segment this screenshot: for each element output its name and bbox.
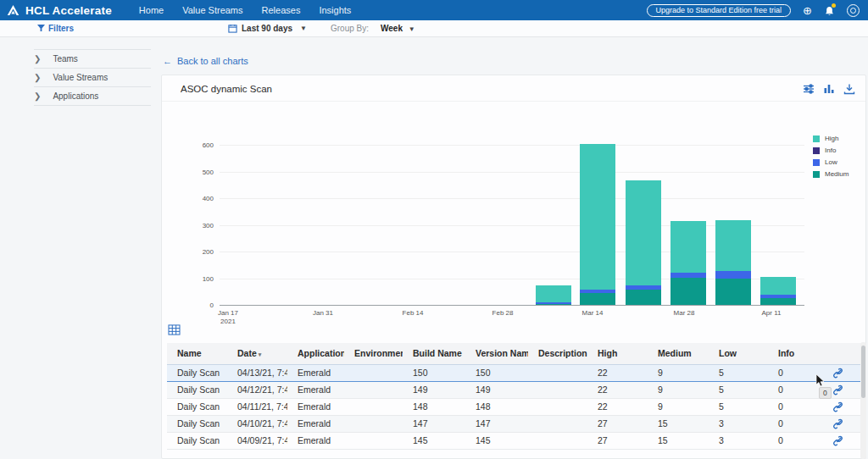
table-header-row: NameDate ▾ApplicationEnvironmentBuild Na… (167, 343, 862, 364)
notifications-bell-icon[interactable] (824, 5, 835, 16)
filters-button[interactable]: Filters (37, 24, 74, 33)
top-navbar: HCL Accelerate Home Value Streams Releas… (0, 0, 868, 20)
cell-description (528, 398, 587, 415)
legend-swatch (813, 135, 820, 142)
column-header-date[interactable]: Date ▾ (227, 343, 287, 364)
table-vertical-scrollbar[interactable] (860, 342, 866, 459)
bar-mar-7[interactable] (536, 285, 571, 305)
row-link-icon[interactable] (822, 364, 862, 381)
legend-item-info[interactable]: Info (813, 147, 849, 154)
column-header-low[interactable]: Low (709, 343, 768, 364)
sidebar: ❯ Teams ❯ Value Streams ❯ Applications (34, 49, 151, 106)
legend-item-low[interactable]: Low (813, 158, 849, 166)
bar-segment-medium[interactable] (536, 304, 571, 305)
cell-version: 147 (465, 415, 528, 432)
sidebar-item-value-streams[interactable]: ❯ Value Streams (34, 69, 151, 87)
column-header-info[interactable]: Info (768, 343, 822, 364)
bar-segment-high[interactable] (760, 277, 796, 295)
cell-description (528, 415, 587, 432)
bar-segment-high[interactable] (580, 144, 615, 290)
table-row[interactable]: Daily Scan04/13/21, 7:41 pmEmerald150150… (167, 364, 862, 381)
row-link-icon[interactable] (822, 415, 862, 432)
table-row[interactable]: Daily Scan04/11/21, 7:41 pmEmerald148148… (167, 398, 862, 415)
topbar-right: Upgrade to Standard Edition free trial ⊕ (647, 4, 868, 17)
download-icon[interactable] (843, 83, 855, 95)
cell-info: 0 (768, 432, 822, 449)
bar-segment-medium[interactable] (670, 278, 706, 305)
cell-low: 5 (709, 398, 768, 415)
globe-icon[interactable]: ⊕ (803, 5, 812, 16)
app-window: HCL Accelerate Home Value Streams Releas… (0, 0, 868, 459)
column-header-description[interactable]: Description (528, 343, 587, 364)
chart-legend: HighInfoLowMedium (813, 135, 849, 178)
y-axis-tick-label: 300 (203, 222, 214, 230)
legend-item-medium[interactable]: Medium (813, 170, 849, 178)
table-row[interactable]: Daily Scan04/09/21, 7:41 pmEmerald145145… (167, 432, 862, 449)
cell-date: 04/09/21, 7:41 pm (227, 432, 287, 449)
cell-name: Daily Scan (167, 381, 227, 398)
column-header-name[interactable]: Name (167, 343, 227, 364)
cell-description (528, 432, 587, 449)
bar-mar-21[interactable] (626, 180, 661, 305)
nav-item-insights[interactable]: Insights (319, 5, 351, 15)
table-row[interactable]: Daily Scan04/10/21, 7:41 pmEmerald147147… (167, 415, 862, 432)
cell-version: 145 (465, 432, 528, 449)
upgrade-button[interactable]: Upgrade to Standard Edition free trial (647, 4, 792, 17)
row-link-icon[interactable] (822, 398, 862, 415)
cell-application: Emerald (287, 398, 344, 415)
table-view-icon[interactable] (168, 324, 181, 335)
stacked-bar-chart[interactable]: 0100200300400500600Jan 17 2021Jan 31Feb … (220, 123, 804, 306)
chart-type-icon[interactable] (823, 83, 835, 95)
bar-segment-high[interactable] (626, 180, 661, 285)
scrollbar-thumb[interactable] (861, 346, 865, 398)
table-row[interactable]: Daily Scan04/12/21, 7:41 pmEmerald149149… (167, 381, 862, 398)
cell-application: Emerald (287, 364, 344, 381)
column-header-application[interactable]: Application (287, 343, 344, 364)
bar-segment-high[interactable] (715, 220, 751, 271)
bar-apr-4[interactable] (715, 220, 751, 305)
bar-mar-28[interactable] (670, 221, 706, 305)
nav-item-value-streams[interactable]: Value Streams (182, 5, 242, 15)
bar-segment-medium[interactable] (760, 298, 796, 305)
column-header-medium[interactable]: Medium (648, 343, 709, 364)
bar-segment-high[interactable] (536, 285, 571, 302)
mouse-cursor (815, 374, 825, 387)
bar-segment-high[interactable] (670, 221, 706, 273)
cell-name: Daily Scan (167, 364, 227, 381)
cell-environment (344, 364, 403, 381)
back-to-all-charts-link[interactable]: ← Back to all charts (163, 56, 248, 66)
bar-segment-medium[interactable] (580, 293, 615, 305)
x-axis-tick-label: Jan 31 (313, 309, 333, 318)
row-link-icon[interactable] (822, 432, 862, 449)
cell-environment (344, 415, 403, 432)
nav-item-releases[interactable]: Releases (262, 5, 301, 15)
sidebar-item-teams[interactable]: ❯ Teams (34, 50, 151, 69)
filter-funnel-icon (37, 25, 45, 32)
sidebar-item-applications[interactable]: ❯ Applications (34, 87, 151, 106)
bar-mar-14[interactable] (580, 144, 615, 305)
bar-segment-low[interactable] (715, 271, 751, 279)
date-range-dropdown[interactable]: Last 90 days ▼ (228, 24, 307, 33)
column-header-environment[interactable]: Environment (344, 343, 403, 364)
user-avatar[interactable] (847, 4, 860, 17)
bar-segment-medium[interactable] (626, 290, 661, 305)
cell-high: 22 (587, 381, 648, 398)
legend-swatch (813, 171, 820, 178)
bar-segment-medium[interactable] (715, 279, 751, 305)
cell-name: Daily Scan (167, 415, 227, 432)
group-by-dropdown[interactable]: Week ▼ (381, 24, 415, 33)
legend-swatch (813, 159, 820, 166)
column-header-build-name[interactable]: Build Name (403, 343, 465, 364)
chart-settings-icon[interactable] (803, 83, 815, 95)
legend-item-high[interactable]: High (813, 135, 849, 142)
column-header-high[interactable]: High (587, 343, 648, 364)
cell-date: 04/13/21, 7:41 pm (227, 364, 287, 381)
cell-version: 148 (465, 398, 528, 415)
nav-item-home[interactable]: Home (139, 5, 164, 15)
column-header-version-name[interactable]: Version Name (465, 343, 528, 364)
hcl-logo-icon (7, 4, 19, 16)
brand[interactable]: HCL Accelerate (0, 4, 112, 17)
bar-apr-11[interactable] (760, 277, 796, 305)
hover-tooltip: 0 (819, 387, 832, 399)
y-axis-tick-label: 500 (203, 169, 214, 176)
